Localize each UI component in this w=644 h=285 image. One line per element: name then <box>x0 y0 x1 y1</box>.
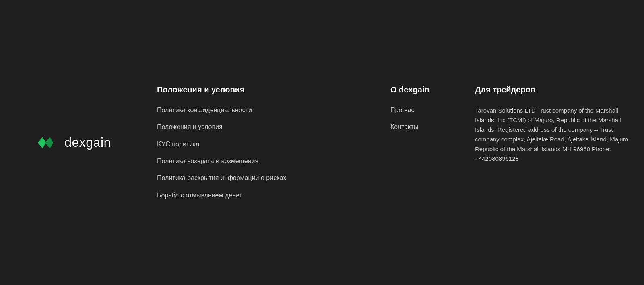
contacts-link[interactable]: Контакты <box>390 123 455 131</box>
about-us-link[interactable]: Про нас <box>390 106 455 115</box>
about-column-title: О dexgain <box>390 85 455 94</box>
logo-text: dexgain <box>64 135 111 150</box>
logo-section: dexgain <box>0 135 149 150</box>
privacy-policy-link[interactable]: Политика конфиденциальности <box>157 106 374 115</box>
risk-disclosure-link[interactable]: Политика раскрытия информации о рисках <box>157 174 374 182</box>
kyc-policy-link[interactable]: KYC политика <box>157 140 374 149</box>
terms-links: Политика конфиденциальности Положения и … <box>157 106 374 200</box>
refund-policy-link[interactable]: Политика возврата и возмещения <box>157 157 374 166</box>
columns-section: Положения и условия Политика конфиденциа… <box>149 85 644 200</box>
logo-wrapper: dexgain <box>38 135 111 150</box>
dexgain-logo-icon <box>38 135 59 150</box>
terms-conditions-link[interactable]: Положения и условия <box>157 123 374 131</box>
traders-column: Для трейдеров Tarovan Solutions LTD Trus… <box>463 85 644 164</box>
traders-description: Tarovan Solutions LTD Trust company of t… <box>475 106 636 164</box>
terms-column: Положения и условия Политика конфиденциа… <box>149 85 382 200</box>
terms-column-title: Положения и условия <box>157 85 374 94</box>
svg-marker-0 <box>38 137 46 148</box>
about-column: О dexgain Про нас Контакты <box>382 85 463 132</box>
aml-link[interactable]: Борьба с отмыванием денег <box>157 191 374 200</box>
traders-column-title: Для трейдеров <box>475 85 636 94</box>
footer: dexgain Положения и условия Политика кон… <box>0 0 644 285</box>
about-links: Про нас Контакты <box>390 106 455 132</box>
